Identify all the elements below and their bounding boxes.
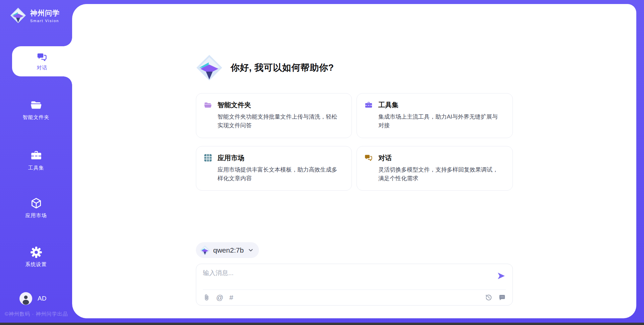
tab-fillet-bottom [63,76,72,85]
cube-icon [30,197,43,210]
sidebar-item-settings[interactable]: 系统设置 [0,243,72,270]
sidebar-item-smart-folder[interactable]: 智能文件夹 [0,96,72,123]
brand-logo-icon [10,7,26,24]
card-description: 灵活切换多模型文件，支持多样回复效果调试，满足个性化需求 [378,166,502,183]
sidebar: 神州问学 Smart Vision 对话 [0,0,72,325]
message-icon[interactable] [498,294,506,301]
tab-fillet-top [63,38,72,46]
model-name: qwen2:7b [213,246,244,254]
toolbox-icon [30,149,43,162]
model-selector[interactable]: qwen2:7b [196,242,259,258]
copyright: ©神州数码 · 神州问学出品 [5,311,72,317]
card-chat[interactable]: 对话 灵活切换多模型文件，支持多样回复效果调试，满足个性化需求 [357,146,513,191]
greeting: 你好, 我可以如何帮助你? [196,54,513,81]
card-description: 智能文件夹功能支持批量文件上传与清洗，轻松实现文件问答 [218,113,341,130]
app-logo-icon [196,54,223,81]
card-toolset[interactable]: 工具集 集成市场上主流工具，助力AI与外界无缝扩展与对接 [357,93,513,138]
brand-subtitle: Smart Vision [30,19,60,23]
window-bottom-edge [0,323,644,325]
message-input-box: @ # [196,264,513,306]
card-title: 工具集 [378,101,398,110]
card-smart-folder[interactable]: 智能文件夹 智能文件夹功能支持批量文件上传与清洗，轻松实现文件问答 [196,93,352,138]
history-icon[interactable] [485,294,492,301]
card-title: 对话 [378,153,392,162]
send-icon[interactable] [497,271,506,280]
folder-icon [204,101,212,110]
sidebar-item-chat[interactable]: 对话 [12,46,72,76]
toolbox-icon [364,101,373,110]
card-app-market[interactable]: 应用市场 应用市场提供丰富长文本模板，助力高效生成多样化文章内容 [196,146,352,191]
card-description: 集成市场上主流工具，助力AI与外界无缝扩展与对接 [378,113,502,130]
sidebar-item-label: 对话 [37,65,48,71]
card-title: 应用市场 [218,153,245,162]
model-logo-icon [200,245,210,255]
user-profile[interactable]: AD [19,292,46,305]
paperclip-icon[interactable] [203,294,210,301]
app-window: 神州问学 Smart Vision 对话 [0,0,644,325]
brand: 神州问学 Smart Vision [10,7,60,24]
feature-cards: 智能文件夹 智能文件夹功能支持批量文件上传与清洗，轻松实现文件问答 [196,93,513,191]
hash-icon[interactable]: # [229,294,233,301]
gear-icon [30,246,43,259]
card-title: 智能文件夹 [218,101,251,110]
brand-name: 神州问学 [30,8,60,18]
chat-icon [364,153,373,162]
grid-icon [204,153,212,162]
sidebar-item-toolset[interactable]: 工具集 [0,147,72,174]
user-initials: AD [38,295,46,302]
main-panel: 你好, 我可以如何帮助你? 智能文件夹 智能文件夹功能支持批量文件上传与清洗，轻… [72,4,636,318]
card-description: 应用市场提供丰富长文本模板，助力高效生成多样化文章内容 [218,166,341,183]
chat-icon [37,52,48,63]
at-icon[interactable]: @ [216,294,223,301]
sidebar-item-label: 应用市场 [25,212,47,219]
avatar [19,292,32,305]
sidebar-item-label: 智能文件夹 [23,114,50,121]
sidebar-item-app-market[interactable]: 应用市场 [0,194,72,221]
message-input[interactable] [203,269,478,287]
sidebar-item-label: 系统设置 [25,261,47,268]
folder-icon [30,99,43,112]
greeting-title: 你好, 我可以如何帮助你? [231,62,334,74]
sidebar-item-label: 工具集 [28,165,44,171]
chevron-down-icon [248,247,254,253]
